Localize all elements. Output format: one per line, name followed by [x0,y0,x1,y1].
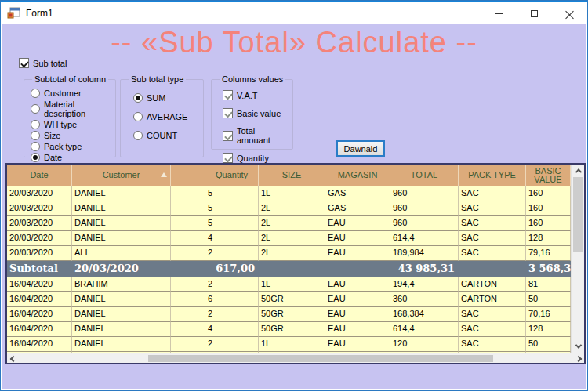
radio-icon [31,104,40,114]
columns-values-options: V.A.TBasic valueTotal amouantQuantity [218,89,288,163]
cell-pack_type: SAC [459,201,526,216]
table-row[interactable]: 16/04/2020DANIEL650GREAU360CARTON50 [7,292,571,307]
scroll-up-button[interactable] [572,165,584,177]
cell-size: 2L [259,216,325,231]
cell-quantity: 2 [205,337,259,352]
cell-quantity: 6 [205,292,259,307]
cell-total: 614,4 [390,231,459,246]
close-icon [565,9,574,18]
cell-magasin: EAU [325,307,390,322]
horizontal-scrollbar-thumb[interactable] [148,355,493,362]
page-title: -- «Sub Total» Calculate -- [2,26,586,60]
radio-count[interactable]: COUNT [133,131,198,140]
titlebar[interactable]: Form1 [1,1,587,24]
checkbox-v-a-t[interactable]: V.A.T [223,90,288,100]
close-button[interactable] [552,2,587,24]
column-header-size[interactable]: SIZE [259,165,325,186]
group-subtotal-of-column: Subtotal of column CustomerMaterial desc… [24,74,116,157]
column-header-customer[interactable]: Customer [72,165,171,186]
table-row[interactable]: 20/03/2020DANIEL42LEAU614,4SAC128 [7,231,571,246]
table-row[interactable]: 16/04/2020BRAHIM21LEAU194,4CARTON81 [7,277,571,292]
sub-total-type-options: SUMAVERAGECOUNT [127,89,198,140]
cell-magasin: GAS [325,186,390,201]
radio-average[interactable]: AVERAGE [133,112,198,121]
column-header-magasin[interactable]: MAGASIN [325,165,390,186]
column-header-quantity[interactable]: Quantity [205,165,259,186]
cell-date: 20/03/2020 [7,186,72,201]
option-label: WH type [44,120,77,129]
table-row[interactable]: 20/03/2020DANIEL51LGAS960SAC160 [7,186,571,201]
cell-pack_type: SAC [459,246,526,261]
column-header-total[interactable]: TOTAL [390,165,459,186]
cell-magasin: EAU [325,277,390,292]
subtotal-row[interactable]: Subtotal20/03/2020617,0043 985,313 568,3… [7,261,571,277]
column-header-spacer[interactable] [171,165,205,186]
radio-icon [31,153,40,162]
radio-material-description[interactable]: Material description [31,100,111,118]
table-row[interactable]: 20/03/2020DANIEL52LEAU960SAC160 [7,216,571,231]
vertical-scrollbar[interactable] [571,165,584,353]
cell-magasin: EAU [325,322,390,337]
column-header-label: TOTAL [411,171,437,179]
checkbox-quantity[interactable]: Quantity [223,153,288,163]
column-header-label: Quantity [216,171,248,179]
radio-customer[interactable]: Customer [31,89,111,98]
scroll-right-button[interactable] [572,353,584,364]
column-header-label: Date [30,171,48,179]
scroll-left-button[interactable] [7,353,19,364]
radio-date[interactable]: Date [31,153,111,162]
radio-icon [133,112,143,121]
table-row[interactable]: 20/03/2020ALI22LEAU189,984SAC79,16 [7,246,571,261]
cell-customer: DANIEL [72,216,171,231]
option-label: SUM [147,93,165,103]
cell-spacer [171,337,205,352]
scroll-down-button[interactable] [572,340,584,353]
cell-total: 120 [390,337,459,352]
table-row[interactable]: 16/04/2020DANIEL450GREAU614,4SAC128 [7,322,571,337]
cell-quantity: 5 [205,201,259,216]
column-header-basic_value[interactable]: BASIC VALUE [526,165,571,186]
maximize-button[interactable] [517,2,552,24]
download-button[interactable]: Dawnald [336,140,385,157]
cell-total: 960 [390,216,459,231]
radio-size[interactable]: Size [31,131,111,140]
minimize-button[interactable] [481,2,517,24]
radio-icon [31,120,40,129]
form1-window: Form1 -- «Sub Total» Calculate -- Sub to… [0,0,588,391]
radio-wh-type[interactable]: WH type [31,120,111,129]
column-header-date[interactable]: Date [7,165,72,186]
column-header-label: SIZE [282,171,301,179]
table-row[interactable]: 16/04/2020DANIEL250GREAU168,384SAC70,16 [7,307,571,322]
sub-total-checkbox[interactable]: Sub total [19,58,67,68]
cell-magasin: EAU [325,216,390,231]
option-label: Pack type [44,142,82,151]
cell-size: 2L [259,246,325,261]
option-label: Date [44,153,62,162]
checkbox-basic-value[interactable]: Basic value [223,108,288,118]
cell-size: 2L [259,201,325,216]
cell-basic_value: 128 [526,231,571,246]
cell-spacer [171,307,205,322]
cell-basic_value: 81 [526,277,571,292]
table-row[interactable]: 20/03/2020DANIEL52LGAS960SAC160 [7,201,571,216]
cell-date: 20/03/2020 [7,246,72,261]
table-row[interactable]: 16/04/2020DANIEL21LEAU120SAC50 [7,337,571,352]
vertical-scrollbar-thumb[interactable] [573,177,583,252]
radio-sum[interactable]: SUM [133,93,198,103]
column-header-pack_type[interactable]: PACK TYPE [459,165,526,186]
cell-pack_type: CARTON [459,292,526,307]
cell-date: 16/04/2020 [7,277,72,292]
cell-date: 16/04/2020 [7,307,72,322]
cell-basic_value: 128 [526,322,571,337]
cell-quantity: 5 [205,186,259,201]
cell-size: 50GR [259,307,325,322]
horizontal-scrollbar[interactable] [7,353,584,363]
cell-date: 20/03/2020 [7,231,72,246]
checkbox-icon [19,58,29,68]
radio-pack-type[interactable]: Pack type [31,142,111,151]
checkbox-total-amouant[interactable]: Total amouant [223,126,288,145]
cell-quantity: 5 [205,216,259,231]
column-header-label: Customer [103,171,140,179]
cell-size: 50GR [259,322,325,337]
option-label: Total amouant [237,126,288,145]
